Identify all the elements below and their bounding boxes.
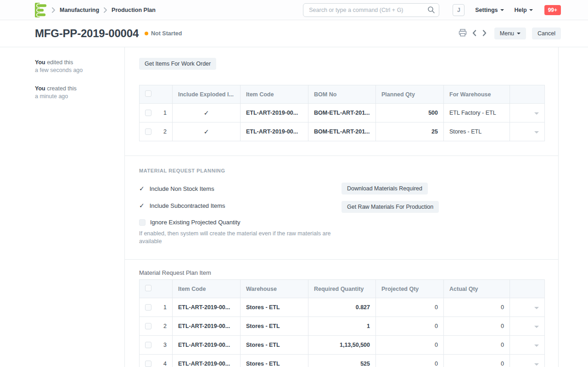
search-input[interactable] <box>303 3 439 17</box>
section-material-request-planning: MATERIAL REQUEST PLANNING ✓ Include Non … <box>125 156 558 259</box>
planned-qty-cell[interactable]: 500 <box>376 104 444 122</box>
get-items-for-work-order-button[interactable]: Get Items For Work Order <box>139 58 216 70</box>
row-expand-button[interactable] <box>510 355 545 367</box>
checkbox-label: Include Subcontracted Items <box>150 202 225 209</box>
row-index: 3 <box>163 342 167 348</box>
required-quantity-cell[interactable]: 1,13,50,500 <box>308 336 376 355</box>
required-quantity-cell[interactable]: 1 <box>308 317 376 336</box>
column-header: Required Quantity <box>308 280 376 298</box>
form-sidebar: You edited this a few seconds ago You cr… <box>0 47 125 367</box>
column-header: Planned Qty <box>376 85 444 104</box>
row-expand-button[interactable] <box>510 317 545 336</box>
required-quantity-cell[interactable]: 525 <box>308 355 376 367</box>
select-all-checkbox[interactable] <box>145 90 151 97</box>
for-warehouse-cell[interactable]: ETL Factory - ETL <box>444 104 510 122</box>
table-row[interactable]: 4 ETL-ART-2019-00... Stores - ETL 525 0 … <box>140 355 545 367</box>
row-checkbox[interactable] <box>145 342 151 348</box>
projected-qty-cell[interactable]: 0 <box>376 336 444 355</box>
item-code-cell[interactable]: ETL-ART-2019-00... <box>173 298 241 317</box>
get-raw-materials-for-production-button[interactable]: Get Raw Materials For Production <box>342 201 439 213</box>
warehouse-cell[interactable]: Stores - ETL <box>241 355 308 367</box>
row-expand-button[interactable] <box>510 104 545 122</box>
chevron-down-icon <box>500 9 504 11</box>
row-index: 4 <box>163 361 167 367</box>
include-non-stock-items-checkbox[interactable]: ✓ Include Non Stock Items <box>139 185 342 192</box>
form-main: Get Items For Work Order Include Explode… <box>125 47 559 367</box>
include-subcontracted-items-checkbox[interactable]: ✓ Include Subcontracted Items <box>139 202 342 209</box>
warehouse-cell[interactable]: Stores - ETL <box>241 298 308 317</box>
projected-qty-cell[interactable]: 0 <box>376 355 444 367</box>
help-menu[interactable]: Help <box>515 7 533 13</box>
mrp-left-column: ✓ Include Non Stock Items ✓ Include Subc… <box>139 175 342 245</box>
required-quantity-cell[interactable]: 0.827 <box>308 298 376 317</box>
chevron-down-icon <box>517 33 521 34</box>
actual-qty-cell[interactable]: 0 <box>444 336 510 355</box>
projected-qty-cell[interactable]: 0 <box>376 298 444 317</box>
menu-button[interactable]: Menu <box>494 28 526 39</box>
row-expand-button[interactable] <box>510 336 545 355</box>
table-row[interactable]: 3 ETL-ART-2019-00... Stores - ETL 1,13,5… <box>140 336 545 355</box>
warehouse-cell[interactable]: Stores - ETL <box>241 317 308 336</box>
row-checkbox[interactable] <box>145 110 151 116</box>
select-all-checkbox[interactable] <box>145 285 151 291</box>
table-row[interactable]: 1 ✓ ETL-ART-2019-00... BOM-ETL-ART-201..… <box>140 104 545 122</box>
search-icon[interactable] <box>427 6 435 15</box>
status-indicator: Not Started <box>145 30 182 37</box>
planned-qty-cell[interactable]: 25 <box>376 122 444 141</box>
item-code-cell[interactable]: ETL-ART-2019-00... <box>173 336 241 355</box>
previous-document-button[interactable] <box>472 29 477 38</box>
warehouse-cell[interactable]: Stores - ETL <box>241 336 308 355</box>
global-search <box>303 3 439 17</box>
cancel-button[interactable]: Cancel <box>532 28 561 39</box>
field-description: If enabled, then system will create the … <box>139 230 342 245</box>
for-warehouse-cell[interactable]: Stores - ETL <box>444 122 510 141</box>
table-row[interactable]: 2 ✓ ETL-ART-2019-00... BOM-ETL-ART-201..… <box>140 122 545 141</box>
item-code-cell[interactable]: ETL-ART-2019-00... <box>241 122 308 141</box>
comment-timestamp: a few seconds ago <box>35 67 83 73</box>
notifications-badge[interactable]: 99+ <box>544 5 561 15</box>
app-logo-icon[interactable] <box>35 3 47 17</box>
actual-qty-cell[interactable]: 0 <box>444 355 510 367</box>
ignore-existing-projected-quantity-checkbox[interactable]: Ignore Existing Projected Quantity <box>139 219 342 226</box>
row-checkbox[interactable] <box>145 128 151 135</box>
next-document-button[interactable] <box>482 29 487 38</box>
checked-icon[interactable]: ✓ <box>204 109 209 117</box>
dropdown-arrow-icon <box>534 307 539 309</box>
projected-qty-cell[interactable]: 0 <box>376 317 444 336</box>
download-materials-required-button[interactable]: Download Materials Required <box>342 183 428 195</box>
row-expand-button[interactable] <box>510 298 545 317</box>
page-title: MFG-PP-2019-00004 <box>35 27 139 40</box>
checked-icon: ✓ <box>139 185 145 192</box>
item-code-cell[interactable]: ETL-ART-2019-00... <box>241 104 308 122</box>
item-code-cell[interactable]: ETL-ART-2019-00... <box>173 355 241 367</box>
section-heading: MATERIAL REQUEST PLANNING <box>139 156 544 173</box>
column-header: Projected Qty <box>376 280 444 298</box>
breadcrumb-manufacturing[interactable]: Manufacturing <box>60 7 99 13</box>
row-checkbox[interactable] <box>145 323 151 329</box>
item-code-cell[interactable]: ETL-ART-2019-00... <box>173 317 241 336</box>
row-checkbox[interactable] <box>145 304 151 311</box>
settings-menu[interactable]: Settings <box>475 7 504 13</box>
bom-no-cell[interactable]: BOM-ETL-ART-201... <box>308 104 376 122</box>
column-header: For Warehouse <box>444 85 510 104</box>
row-checkbox[interactable] <box>145 361 151 367</box>
mrp-right-column: Download Materials Required Get Raw Mate… <box>342 175 544 245</box>
avatar[interactable]: J <box>453 4 465 16</box>
column-header: Warehouse <box>241 280 308 298</box>
comment-action: created this <box>45 85 77 92</box>
table-row[interactable]: 2 ETL-ART-2019-00... Stores - ETL 1 0 0 <box>140 317 545 336</box>
comment-timestamp: a minute ago <box>35 93 68 100</box>
row-index: 2 <box>163 323 167 329</box>
breadcrumb-production-plan[interactable]: Production Plan <box>112 7 156 13</box>
actual-qty-cell[interactable]: 0 <box>444 298 510 317</box>
grid-label: Material Request Plan Item <box>139 269 544 276</box>
status-dot-icon <box>145 32 148 35</box>
actual-qty-cell[interactable]: 0 <box>444 317 510 336</box>
navbar: Manufacturing Production Plan J Settings… <box>0 0 588 20</box>
print-button[interactable] <box>459 29 467 38</box>
checked-icon[interactable]: ✓ <box>204 128 209 135</box>
row-expand-button[interactable] <box>510 122 545 141</box>
dropdown-arrow-icon <box>534 112 539 115</box>
bom-no-cell[interactable]: BOM-ETL-ART-201... <box>308 122 376 141</box>
table-row[interactable]: 1 ETL-ART-2019-00... Stores - ETL 0.827 … <box>140 298 545 317</box>
